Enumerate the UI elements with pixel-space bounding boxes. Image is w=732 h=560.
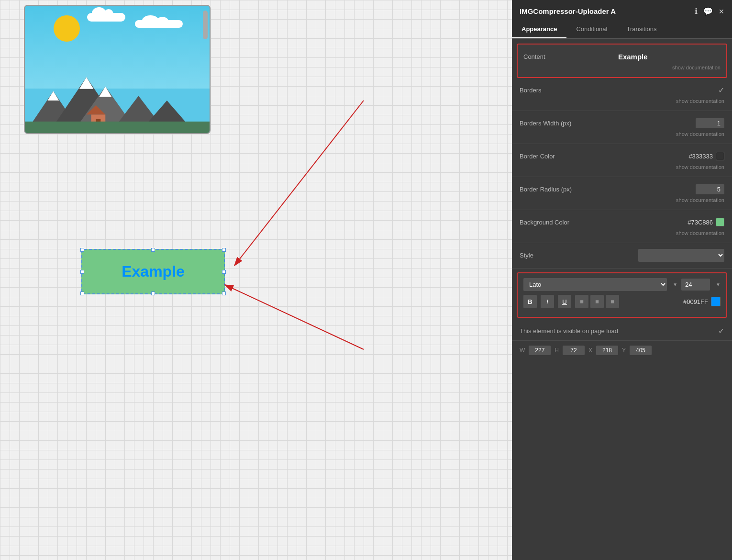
y-label: Y [622, 347, 626, 354]
canvas-area: Example [0, 0, 512, 560]
border-color-swatch[interactable] [716, 152, 724, 160]
cloud2 [135, 20, 183, 28]
visibility-label: This element is visible on page load [520, 327, 618, 335]
border-radius-row: Border Radius (px) [520, 182, 724, 196]
content-value[interactable]: Example [545, 53, 721, 61]
border-radius-label: Border Radius (px) [520, 186, 696, 193]
svg-marker-5 [79, 77, 94, 89]
style-label: Style [520, 252, 638, 259]
border-color-controls: #333333 [688, 152, 724, 160]
font-format-row: B I U ≡ ≡ ≡ #0091FF [523, 295, 721, 308]
h-input[interactable] [563, 346, 585, 355]
border-color-row: Border Color #333333 [520, 149, 724, 163]
handle-tm[interactable] [151, 248, 155, 252]
x-label: X [588, 347, 592, 354]
handle-bl[interactable] [80, 291, 84, 295]
tab-conditional[interactable]: Conditional [566, 21, 617, 38]
chat-icon[interactable]: 💬 [703, 7, 713, 16]
border-color-hex: #333333 [688, 153, 713, 160]
handle-tr[interactable] [222, 248, 226, 252]
w-input[interactable] [529, 346, 551, 355]
border-color-label: Border Color [520, 153, 688, 160]
italic-button[interactable]: I [541, 295, 554, 308]
font-size-arrow: ▼ [716, 282, 721, 287]
font-family-row: Lato ▼ ▼ [523, 278, 721, 291]
panel-header: IMGCompressor-Uploader A ℹ 💬 ✕ [512, 0, 732, 21]
borders-width-row: Borders Width (px) [520, 116, 724, 130]
dims-row: W H X Y [512, 341, 732, 360]
borders-check[interactable]: ✓ [718, 86, 724, 95]
content-doc[interactable]: show documentation [523, 65, 721, 70]
style-select[interactable] [638, 249, 724, 262]
image-widget[interactable] [24, 5, 211, 134]
align-left-button[interactable]: ≡ [575, 295, 588, 308]
svg-rect-11 [25, 122, 210, 133]
visibility-check[interactable]: ✓ [718, 326, 724, 336]
bg-color-row: Background Color #73C886 [520, 215, 724, 229]
tab-appearance[interactable]: Appearance [512, 21, 566, 38]
font-size-input[interactable] [681, 279, 710, 291]
tabs-bar: Appearance Conditional Transitions [512, 21, 732, 39]
visibility-row: This element is visible on page load ✓ [512, 322, 732, 341]
bg-color-doc[interactable]: show documentation [520, 230, 724, 236]
text-color-hex: #0091FF [683, 298, 708, 305]
handle-bm[interactable] [151, 291, 155, 295]
w-label: W [520, 347, 525, 354]
tab-transitions[interactable]: Transitions [617, 21, 666, 38]
style-section: Style [512, 243, 732, 269]
h-label: H [555, 347, 559, 354]
x-input[interactable] [596, 346, 618, 355]
bg-color-swatch[interactable] [716, 218, 724, 226]
content-label: Content [523, 53, 545, 60]
bg-color-controls: #73C886 [688, 218, 724, 226]
border-radius-input[interactable] [696, 184, 724, 194]
cloud1 [87, 13, 125, 22]
panel-header-icons: ℹ 💬 ✕ [695, 7, 724, 16]
bold-button[interactable]: B [523, 295, 537, 308]
mountains-svg [25, 63, 210, 133]
handle-rm[interactable] [222, 270, 226, 274]
button-widget[interactable]: Example [81, 249, 225, 294]
borders-label: Borders [520, 87, 718, 94]
handle-lm[interactable] [80, 270, 84, 274]
align-center-button[interactable]: ≡ [590, 295, 604, 308]
svg-marker-6 [99, 86, 111, 96]
borders-width-doc[interactable]: show documentation [520, 131, 724, 137]
text-color-swatch[interactable] [711, 297, 721, 306]
borders-row: Borders ✓ [520, 83, 724, 97]
align-right-button[interactable]: ≡ [606, 295, 619, 308]
font-family-arrow: ▼ [673, 282, 677, 287]
content-row: Content Example [523, 49, 721, 64]
border-color-section: Border Color #333333 show documentation [512, 144, 732, 177]
bg-color-label: Background Color [520, 219, 688, 226]
font-section: Lato ▼ ▼ B I U ≡ ≡ ≡ #0091FF [517, 272, 727, 318]
border-radius-doc[interactable]: show documentation [520, 197, 724, 203]
font-family-select[interactable]: Lato [523, 278, 667, 291]
y-input[interactable] [630, 346, 652, 355]
right-panel: IMGCompressor-Uploader A ℹ 💬 ✕ Appearanc… [512, 0, 732, 560]
underline-button[interactable]: U [558, 295, 571, 308]
borders-doc[interactable]: show documentation [520, 98, 724, 104]
panel-content: Content Example show documentation Borde… [512, 39, 732, 560]
handle-br[interactable] [222, 291, 226, 295]
borders-section: Borders ✓ show documentation [512, 78, 732, 111]
border-radius-section: Border Radius (px) show documentation [512, 177, 732, 210]
bg-color-section: Background Color #73C886 show documentat… [512, 210, 732, 243]
borders-width-input[interactable] [696, 118, 724, 128]
borders-width-label: Borders Width (px) [520, 120, 696, 127]
align-buttons: ≡ ≡ ≡ [575, 295, 619, 308]
handle-tl[interactable] [80, 248, 84, 252]
borders-width-section: Borders Width (px) show documentation [512, 111, 732, 144]
close-icon[interactable]: ✕ [719, 8, 724, 15]
button-text: Example [122, 263, 185, 280]
info-icon[interactable]: ℹ [695, 7, 698, 16]
border-color-doc[interactable]: show documentation [520, 164, 724, 170]
content-section: Content Example show documentation [517, 44, 727, 78]
sun [54, 15, 80, 42]
text-color-controls: #0091FF [683, 297, 721, 306]
panel-title: IMGCompressor-Uploader A [520, 7, 616, 15]
svg-marker-7 [48, 91, 59, 101]
bg-color-hex: #73C886 [688, 219, 713, 226]
style-row: Style [520, 248, 724, 262]
